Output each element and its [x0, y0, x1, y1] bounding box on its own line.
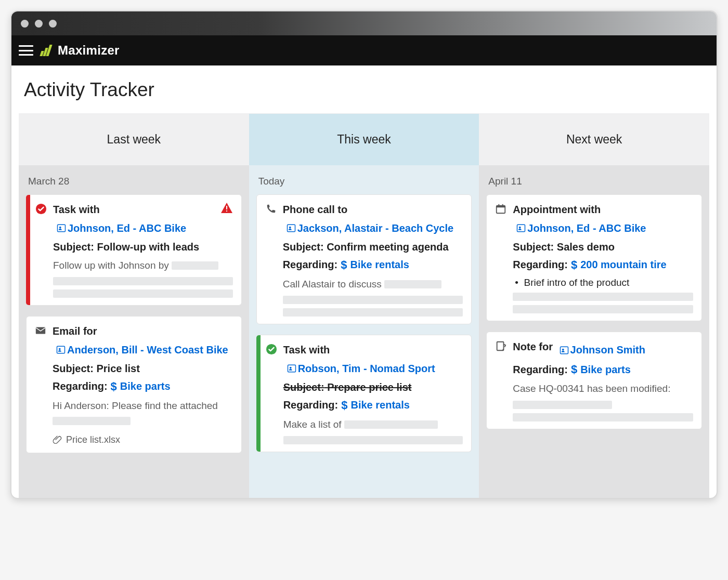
note-preview: Make a list of — [283, 417, 463, 432]
contact-name: Johnson, Ed - ABC Bike — [68, 221, 186, 236]
svg-rect-14 — [497, 206, 505, 208]
column-this-week: Today Phone call to Jackson, Alastair - … — [249, 165, 479, 498]
svg-rect-15 — [499, 204, 500, 207]
regarding-link[interactable]: Bike parts — [120, 380, 171, 392]
check-circle-icon — [266, 344, 277, 355]
col-header-this-week[interactable]: This week — [249, 113, 479, 165]
alert-icon — [220, 202, 233, 216]
contact-card-icon — [56, 345, 66, 354]
regarding-link[interactable]: 200 mountain tire — [580, 259, 667, 271]
activity-type: Appointment with — [513, 204, 601, 215]
contact-link[interactable]: Johnson, Ed - ABC Bike — [53, 221, 186, 236]
dollar-icon: $ — [111, 380, 117, 393]
svg-point-9 — [289, 227, 291, 229]
phone-icon — [265, 203, 277, 215]
activity-card[interactable]: Task with Johnson, Ed - ABC Bike Subject… — [26, 194, 242, 306]
date-label: Today — [258, 176, 471, 187]
svg-rect-11 — [288, 365, 295, 372]
maximize-dot[interactable] — [49, 20, 57, 28]
regarding-label: Regarding: — [283, 399, 339, 411]
brand-logo-icon — [41, 45, 50, 56]
svg-rect-20 — [560, 347, 568, 354]
dollar-icon: $ — [571, 258, 577, 272]
contact-link[interactable]: Johnson, Ed - ABC Bike — [513, 221, 646, 236]
app-window: Maximizer Activity Tracker Last week Thi… — [10, 10, 718, 499]
subject-label: Subject: — [513, 241, 554, 253]
check-circle-icon — [35, 203, 47, 215]
calendar-icon — [495, 203, 506, 215]
column-next-week: April 11 Appointment with Johnson, Ed - … — [479, 165, 709, 498]
note-preview: Follow up with Johnson by — [53, 258, 233, 273]
note-icon — [495, 340, 506, 352]
paperclip-icon — [53, 435, 62, 444]
note-preview: Hi Anderson: Please find the attached — [53, 399, 233, 428]
contact-name: Robson, Tim - Nomad Sport — [298, 361, 435, 376]
contact-link[interactable]: Jackson, Alastair - Beach Cycle — [283, 221, 454, 236]
window-titlebar — [11, 11, 717, 35]
activity-card[interactable]: Note for Johnson Smith Regarding: $ Bike… — [486, 332, 702, 429]
bullet-note: • Brief intro of the product — [513, 277, 693, 288]
page-title: Activity Tracker — [19, 79, 709, 101]
activity-card[interactable]: Phone call to Jackson, Alastair - Beach … — [256, 194, 472, 324]
attachment-name: Price list.xlsx — [66, 434, 120, 445]
activity-card[interactable]: Appointment with Johnson, Ed - ABC Bike … — [486, 194, 702, 321]
svg-point-7 — [59, 348, 61, 350]
subject-label: Subject: — [283, 241, 324, 253]
col-header-last-week[interactable]: Last week — [19, 113, 249, 165]
dollar-icon: $ — [341, 258, 347, 272]
contact-name: Johnson Smith — [570, 342, 645, 358]
minimize-dot[interactable] — [35, 20, 43, 28]
date-label: April 11 — [488, 176, 701, 187]
close-dot[interactable] — [21, 20, 29, 28]
contact-card-icon — [287, 223, 296, 233]
subject-text: Follow-up with leads — [97, 241, 199, 253]
subject-label: Subject: — [53, 363, 94, 374]
regarding-label: Regarding: — [283, 259, 338, 271]
dollar-icon: $ — [341, 399, 347, 412]
page-content: Activity Tracker Last week This week Nex… — [11, 65, 717, 498]
attachment-row[interactable]: Price list.xlsx — [53, 434, 233, 445]
subject-text: Sales demo — [557, 241, 615, 253]
svg-point-21 — [562, 348, 564, 350]
regarding-label: Regarding: — [513, 259, 568, 271]
activity-card[interactable]: Task with Robson, Tim - Nomad Sport Subj… — [256, 335, 472, 452]
column-headers: Last week This week Next week — [19, 113, 709, 165]
subject-text: Confirm meeting agenda — [327, 241, 448, 253]
contact-link[interactable]: Johnson Smith — [556, 342, 645, 358]
note-preview: Call Alastair to discuss — [283, 277, 463, 292]
svg-rect-2 — [226, 210, 227, 212]
column-last-week: March 28 Task with — [19, 165, 249, 498]
envelope-icon — [35, 325, 46, 336]
svg-rect-6 — [57, 346, 65, 353]
subject-text: Price list — [96, 363, 139, 374]
subject-label: Subject: — [53, 241, 94, 253]
activity-type: Task with — [283, 344, 330, 355]
dollar-icon: $ — [571, 363, 577, 376]
contact-link[interactable]: Anderson, Bill - West Coast Bike — [53, 342, 228, 358]
date-label: March 28 — [28, 176, 241, 187]
regarding-link[interactable]: Bike rentals — [350, 259, 409, 271]
svg-rect-3 — [58, 225, 66, 232]
activity-card[interactable]: Email for Anderson, Bill - West Coast Bi… — [26, 316, 242, 453]
regarding-link[interactable]: Bike rentals — [350, 399, 409, 411]
col-header-next-week[interactable]: Next week — [479, 113, 709, 165]
svg-point-12 — [290, 367, 292, 369]
contact-card-icon — [287, 364, 296, 373]
activity-type: Task with — [53, 204, 100, 215]
regarding-link[interactable]: Bike parts — [580, 364, 631, 376]
svg-rect-5 — [36, 327, 45, 334]
subject-label: Subject: — [283, 381, 324, 393]
activity-type: Note for — [513, 341, 555, 352]
svg-rect-16 — [502, 204, 503, 207]
svg-rect-17 — [517, 225, 525, 232]
contact-card-icon — [57, 223, 66, 233]
columns-body: March 28 Task with — [19, 165, 709, 498]
contact-card-icon — [516, 223, 526, 233]
contact-link[interactable]: Robson, Tim - Nomad Sport — [283, 361, 435, 376]
contact-card-icon — [560, 346, 569, 355]
contact-name: Jackson, Alastair - Beach Cycle — [297, 221, 454, 236]
menu-icon[interactable] — [19, 45, 33, 56]
regarding-label: Regarding: — [53, 380, 108, 392]
contact-name: Anderson, Bill - West Coast Bike — [67, 342, 228, 358]
svg-point-4 — [59, 227, 61, 229]
